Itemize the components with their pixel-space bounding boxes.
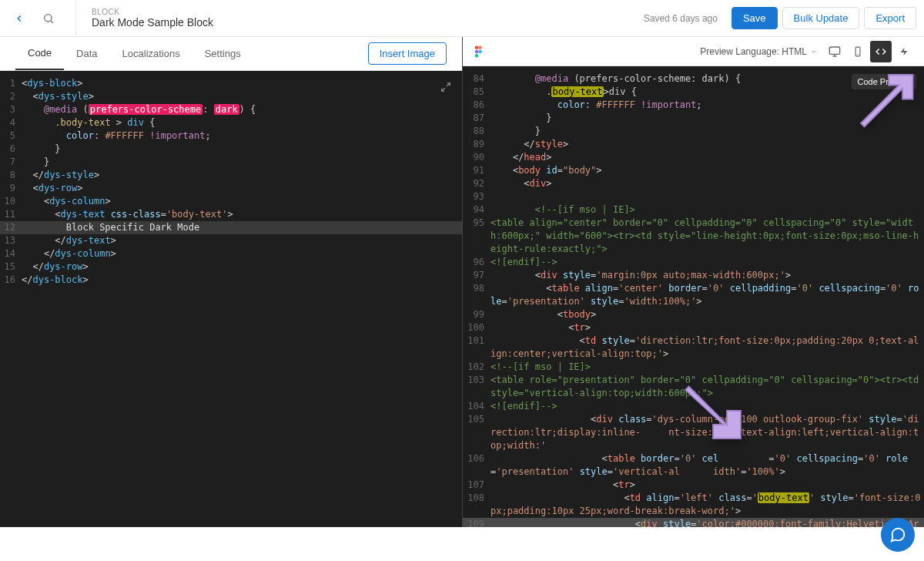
saved-text: Saved 6 days ago (644, 13, 718, 24)
code-line[interactable]: 11 <dys-text css-class='body-text'> (0, 208, 462, 221)
code-line[interactable]: 12 Block Specific Dark Mode (0, 221, 462, 234)
bulk-update-button[interactable]: Bulk Update (782, 7, 860, 29)
code-preview-icon[interactable] (870, 41, 892, 62)
code-line[interactable]: 7 } (0, 156, 462, 169)
main: Code Data Localizations Settings Insert … (0, 37, 924, 527)
svg-point-5 (478, 45, 482, 49)
tab-localizations[interactable]: Localizations (110, 37, 192, 70)
code-line[interactable]: 9 <dys-row> (0, 182, 462, 195)
svg-rect-12 (855, 47, 860, 56)
svg-rect-9 (829, 47, 839, 54)
annotation-cursor-bottom (678, 376, 748, 445)
left-panel: Code Data Localizations Settings Insert … (0, 37, 462, 527)
code-line[interactable]: 15 </dys-row> (0, 260, 462, 274)
code-line[interactable]: 94 <!--[if mso | IE]> (463, 203, 924, 217)
code-line[interactable]: 3 @media (prefers-color-scheme: dark) { (0, 103, 462, 116)
code-line[interactable]: 100 <tr> (463, 321, 924, 334)
code-line[interactable]: 106 <table border='0' cel ='0' cellspaci… (463, 452, 924, 479)
svg-line-3 (442, 88, 445, 91)
right-panel: Preview Language: HTML Code Preview 84 (462, 37, 924, 527)
code-line[interactable]: 2 <dys-style> (0, 90, 462, 103)
code-line[interactable]: 98 <table align='center' border='0' cell… (463, 282, 924, 308)
back-button[interactable] (8, 7, 31, 30)
code-line[interactable]: 90 </head> (463, 151, 924, 164)
header: BLOCK Dark Mode Sample Block Saved 6 day… (0, 0, 924, 37)
chevron-down-icon (810, 48, 818, 55)
device-icons (824, 41, 915, 62)
code-line[interactable]: 108 <td align='left' class='body-text' s… (463, 492, 924, 518)
code-line[interactable]: 4 .body-text > div { (0, 116, 462, 129)
code-line[interactable]: 6 } (0, 143, 462, 156)
svg-point-6 (475, 49, 479, 53)
tab-code[interactable]: Code (15, 37, 64, 70)
svg-point-7 (478, 49, 482, 53)
tab-settings[interactable]: Settings (192, 37, 253, 70)
code-line[interactable]: 10 <dys-column> (0, 195, 462, 208)
block-title: Dark Mode Sample Block (92, 16, 213, 29)
annotation-cursor-top (847, 68, 916, 137)
code-line[interactable]: 102<!--[if mso | IE]> (463, 361, 924, 374)
code-line[interactable]: 89 </style> (463, 138, 924, 151)
right-toolbar: Preview Language: HTML (463, 37, 924, 66)
code-line[interactable]: 14 </dys-column> (0, 247, 462, 260)
svg-line-2 (447, 83, 450, 86)
code-line[interactable]: 5 color: #FFFFFF !important; (0, 129, 462, 143)
left-code-editor[interactable]: 1<dys-block>2 <dys-style>3 @media (prefe… (0, 71, 462, 287)
meta-label: BLOCK (92, 8, 213, 16)
left-tabs: Code Data Localizations Settings Insert … (0, 37, 462, 71)
code-line[interactable]: 95<table align="center" border="0" cellp… (463, 217, 924, 256)
svg-point-4 (475, 45, 479, 49)
chat-bubble[interactable] (881, 518, 915, 552)
code-line[interactable]: 92 <div> (463, 177, 924, 190)
tab-data[interactable]: Data (64, 37, 109, 70)
preview-language-select[interactable]: Preview Language: HTML (700, 46, 818, 57)
code-line[interactable]: 101 <td style='direction:ltr;font-size:0… (463, 334, 924, 361)
code-line[interactable]: 1<dys-block> (0, 77, 462, 90)
expand-icon[interactable] (440, 82, 451, 95)
save-button[interactable]: Save (732, 7, 778, 29)
code-line[interactable]: 8 </dys-style> (0, 169, 462, 182)
code-line[interactable]: 93 (463, 190, 924, 203)
figma-icon[interactable] (472, 45, 486, 59)
code-line[interactable]: 97 <div style='margin:0px auto;max-width… (463, 269, 924, 282)
code-line[interactable]: 96<![endif]--> (463, 256, 924, 269)
code-line[interactable]: 16</dys-block> (0, 274, 462, 287)
lightning-icon[interactable] (893, 41, 915, 62)
desktop-preview-icon[interactable] (824, 41, 845, 62)
title-area: BLOCK Dark Mode Sample Block (75, 0, 213, 36)
preview-language-label: Preview Language: HTML (700, 46, 807, 57)
svg-marker-14 (901, 48, 908, 55)
svg-point-8 (475, 54, 479, 58)
code-line[interactable]: 109 <div style='color:#000000;font-famil… (463, 518, 924, 527)
code-line[interactable]: 91 <body id="body"> (463, 164, 924, 177)
insert-image-button[interactable]: Insert Image (368, 42, 447, 65)
export-button[interactable]: Export (864, 7, 916, 29)
search-button[interactable] (37, 7, 60, 30)
code-line[interactable]: 99 <tbody> (463, 308, 924, 321)
svg-line-1 (51, 21, 53, 23)
code-line[interactable]: 107 <tr> (463, 479, 924, 492)
mobile-preview-icon[interactable] (847, 41, 869, 62)
code-line[interactable]: 13 </dys-text> (0, 234, 462, 247)
svg-point-0 (45, 14, 52, 21)
